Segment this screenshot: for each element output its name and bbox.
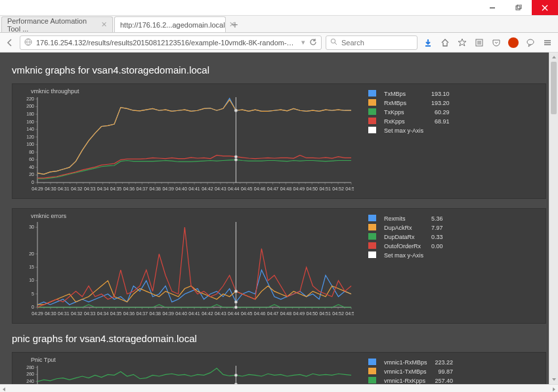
svg-text:04:53: 04:53 bbox=[345, 311, 354, 316]
new-tab-button[interactable]: + bbox=[227, 18, 243, 32]
scroll-down-arrow[interactable] bbox=[549, 375, 558, 384]
svg-point-122 bbox=[234, 156, 237, 158]
section-heading: vmknic graphs for vsan4.storagedomain.lo… bbox=[12, 64, 546, 76]
legend-value: 99.87 bbox=[431, 367, 458, 376]
svg-text:04:51: 04:51 bbox=[319, 186, 331, 191]
chart-plot[interactable]: 02040608010012014016018020022004:2904:30… bbox=[19, 96, 354, 197]
home-icon[interactable] bbox=[439, 36, 452, 49]
chart-panel: Pnic Tput 180200220240260280 vmnic1-RxMB… bbox=[12, 352, 546, 384]
downloads-icon[interactable] bbox=[421, 36, 435, 49]
legend-value: 193.20 bbox=[427, 98, 454, 108]
svg-text:180: 180 bbox=[26, 112, 34, 116]
legend-swatch bbox=[368, 377, 376, 383]
svg-text:280: 280 bbox=[26, 365, 34, 370]
svg-text:04:45: 04:45 bbox=[241, 186, 253, 191]
chart-title: vmknic errors bbox=[31, 213, 354, 219]
legend-row: Rexmits5.36 bbox=[364, 214, 447, 223]
close-icon[interactable]: ✕ bbox=[101, 20, 107, 29]
svg-text:04:49: 04:49 bbox=[293, 186, 305, 191]
svg-text:04:34: 04:34 bbox=[97, 311, 109, 316]
legend-label: vmnic1-RxKpps bbox=[380, 376, 431, 384]
svg-point-6 bbox=[331, 39, 335, 43]
legend-row[interactable]: Set max y-Axis bbox=[364, 126, 454, 135]
vertical-scrollbar[interactable] bbox=[549, 53, 558, 384]
svg-text:60: 60 bbox=[29, 157, 34, 162]
svg-point-213 bbox=[234, 301, 237, 303]
chart-legend: Rexmits5.36DupAckRx7.97DupDataRx0.33Outo… bbox=[358, 209, 546, 323]
menu-icon[interactable] bbox=[541, 36, 554, 49]
close-button[interactable] bbox=[532, 0, 558, 15]
scroll-thumb[interactable] bbox=[551, 62, 557, 114]
legend-swatch bbox=[368, 368, 376, 374]
svg-text:0: 0 bbox=[32, 180, 34, 185]
search-input[interactable] bbox=[326, 35, 418, 50]
minimize-button[interactable] bbox=[479, 0, 505, 15]
legend-value: 68.91 bbox=[427, 117, 454, 126]
scroll-up-arrow[interactable] bbox=[549, 53, 558, 62]
svg-text:20: 20 bbox=[29, 172, 34, 177]
chart-title: vmknic throughput bbox=[31, 88, 354, 95]
restore-button[interactable] bbox=[505, 0, 532, 15]
svg-text:0: 0 bbox=[32, 305, 34, 309]
legend-value bbox=[427, 251, 447, 260]
status-bar bbox=[0, 384, 558, 392]
chart-plot[interactable]: 051015203004:2904:3004:3104:3204:3304:34… bbox=[19, 221, 354, 322]
chart-legend: vmnic1-RxMBps223.22vmnic1-TxMBps99.87vmn… bbox=[358, 353, 546, 384]
legend-row: vmnic1-RxMBps223.22 bbox=[364, 358, 457, 367]
legend-label: Set max y-Axis bbox=[380, 126, 427, 135]
pocket-icon[interactable] bbox=[490, 36, 503, 49]
bookmark-icon[interactable] bbox=[456, 36, 469, 49]
svg-point-232 bbox=[234, 383, 237, 384]
window-titlebar bbox=[0, 0, 558, 16]
search-field[interactable] bbox=[341, 39, 413, 47]
browser-tab[interactable]: http://176.16.2...agedomain.local ✕ bbox=[114, 16, 226, 32]
url-input[interactable]: 176.16.254.132/results/results2015081212… bbox=[20, 35, 322, 50]
svg-text:04:38: 04:38 bbox=[149, 311, 161, 316]
legend-row: DupAckRx7.97 bbox=[364, 223, 447, 232]
svg-text:04:37: 04:37 bbox=[137, 311, 148, 316]
svg-text:04:47: 04:47 bbox=[267, 186, 279, 191]
svg-text:04:41: 04:41 bbox=[188, 311, 200, 316]
svg-text:04:40: 04:40 bbox=[175, 186, 187, 191]
svg-point-216 bbox=[234, 290, 237, 292]
chat-icon[interactable] bbox=[524, 36, 537, 49]
legend-label: vmnic1-RxMBps bbox=[380, 358, 431, 367]
svg-text:04:39: 04:39 bbox=[162, 311, 174, 316]
svg-text:5: 5 bbox=[32, 292, 34, 296]
legend-row: vmnic1-TxMBps99.87 bbox=[364, 367, 457, 376]
svg-point-233 bbox=[234, 374, 237, 376]
svg-text:04:36: 04:36 bbox=[123, 186, 135, 191]
scroll-track[interactable] bbox=[549, 62, 558, 375]
svg-text:240: 240 bbox=[26, 379, 34, 383]
legend-row: RxMBps193.20 bbox=[364, 98, 454, 108]
legend-row[interactable]: Set max y-Axis bbox=[364, 251, 447, 260]
svg-point-215 bbox=[234, 306, 237, 309]
legend-swatch bbox=[368, 90, 376, 97]
browser-tab[interactable]: Performance Automation Tool ... ✕ bbox=[1, 16, 113, 32]
legend-swatch bbox=[368, 224, 376, 230]
svg-text:04:48: 04:48 bbox=[280, 186, 292, 191]
svg-text:04:52: 04:52 bbox=[332, 186, 344, 191]
svg-text:04:45: 04:45 bbox=[241, 311, 253, 316]
abp-icon[interactable] bbox=[507, 36, 520, 49]
legend-value: 60.29 bbox=[427, 108, 454, 117]
readinglist-icon[interactable] bbox=[473, 36, 486, 49]
chart-legend: TxMBps193.10RxMBps193.20TxKpps60.29RxKpp… bbox=[358, 84, 546, 198]
legend-swatch bbox=[368, 108, 376, 115]
svg-text:04:35: 04:35 bbox=[110, 311, 122, 316]
back-button[interactable] bbox=[4, 37, 16, 49]
legend-value bbox=[427, 126, 454, 135]
svg-text:04:43: 04:43 bbox=[215, 311, 226, 316]
legend-value: 7.97 bbox=[427, 223, 447, 232]
svg-text:20: 20 bbox=[29, 251, 34, 256]
svg-text:04:39: 04:39 bbox=[162, 186, 174, 191]
legend-label: DupAckRx bbox=[380, 223, 427, 232]
dropdown-icon[interactable]: ▾ bbox=[301, 38, 305, 47]
legend-label: vmnic1-TxMBps bbox=[380, 367, 431, 376]
reload-icon[interactable] bbox=[309, 38, 317, 47]
svg-text:04:34: 04:34 bbox=[97, 186, 109, 191]
chart-plot[interactable]: 180200220240260280 bbox=[19, 364, 354, 384]
legend-swatch bbox=[368, 242, 376, 249]
legend-row: OutofOrderRx0.00 bbox=[364, 242, 447, 251]
svg-text:04:48: 04:48 bbox=[280, 311, 292, 316]
